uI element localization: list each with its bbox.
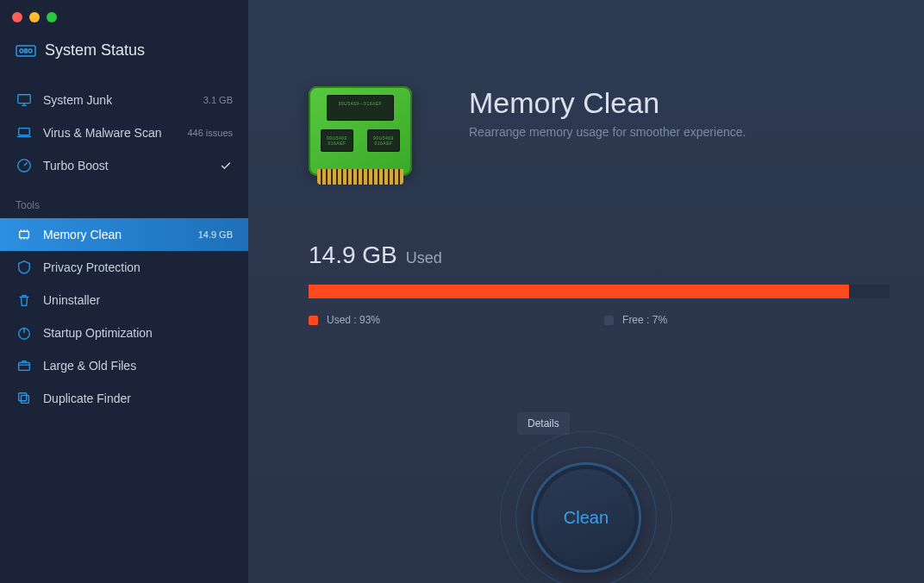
ram-chip-icon: 99U5469—016AEF 99U5469 016AEF 99U5469 01… bbox=[309, 86, 421, 190]
sidebar-item-label: Privacy Protection bbox=[43, 260, 233, 274]
svg-rect-5 bbox=[19, 129, 30, 135]
system-status-icon bbox=[16, 43, 36, 59]
sidebar-item-label: Large & Old Files bbox=[43, 359, 233, 373]
usage-legend: Used : 93% Free : 7% bbox=[309, 314, 890, 326]
sidebar-item-duplicate-finder[interactable]: Duplicate Finder bbox=[0, 382, 248, 415]
legend-free: Free : 7% bbox=[604, 314, 667, 326]
sidebar-item-label: Virus & Malware Scan bbox=[43, 126, 177, 140]
used-swatch-icon bbox=[309, 316, 318, 325]
memory-progress-fill bbox=[309, 285, 849, 298]
sidebar-item-label: Startup Optimization bbox=[43, 326, 233, 340]
sidebar-item-system-junk[interactable]: System Junk 3.1 GB bbox=[0, 84, 248, 116]
free-swatch-icon bbox=[604, 316, 614, 325]
sidebar-item-uninstaller[interactable]: Uninstaller bbox=[0, 284, 248, 317]
svg-rect-10 bbox=[21, 395, 28, 403]
trash-icon bbox=[16, 292, 33, 308]
sidebar-item-label: Turbo Boost bbox=[43, 159, 209, 172]
usage-amount: 14.9 GB Used bbox=[309, 241, 890, 269]
sidebar-item-label: Memory Clean bbox=[43, 228, 188, 241]
svg-rect-4 bbox=[18, 95, 30, 103]
svg-rect-3 bbox=[25, 49, 27, 53]
page-subtitle: Rearrange memory usage for smoother expe… bbox=[469, 125, 746, 139]
copies-icon bbox=[16, 391, 33, 406]
gauge-icon bbox=[16, 158, 33, 173]
main-content: 99U5469—016AEF 99U5469 016AEF 99U5469 01… bbox=[248, 0, 924, 583]
check-icon bbox=[219, 159, 233, 172]
memory-progress-bar bbox=[309, 285, 890, 298]
minimize-window-button[interactable] bbox=[29, 12, 40, 22]
power-icon bbox=[16, 325, 33, 341]
sidebar-item-label: Duplicate Finder bbox=[43, 392, 233, 405]
sidebar-header[interactable]: System Status bbox=[0, 22, 248, 84]
svg-rect-7 bbox=[20, 231, 29, 237]
svg-point-2 bbox=[28, 49, 32, 53]
sidebar-item-large-old-files[interactable]: Large & Old Files bbox=[0, 349, 248, 382]
maximize-window-button[interactable] bbox=[47, 12, 57, 22]
clean-button-wrap: Clean bbox=[500, 431, 672, 583]
sidebar-item-memory-clean[interactable]: Memory Clean 14.9 GB bbox=[0, 218, 248, 251]
box-icon bbox=[16, 358, 33, 373]
close-window-button[interactable] bbox=[12, 12, 22, 22]
legend-used-text: Used : 93% bbox=[327, 314, 380, 326]
sidebar-item-meta: 446 issues bbox=[187, 128, 233, 138]
svg-rect-11 bbox=[19, 393, 27, 401]
shield-icon bbox=[16, 260, 33, 275]
chip-icon bbox=[16, 227, 33, 242]
svg-rect-9 bbox=[19, 362, 30, 370]
sidebar-item-startup-optimization[interactable]: Startup Optimization bbox=[0, 317, 248, 349]
hero-section: 99U5469—016AEF 99U5469 016AEF 99U5469 01… bbox=[248, 0, 924, 198]
sidebar-header-label: System Status bbox=[45, 41, 145, 60]
window-controls bbox=[0, 0, 248, 22]
usage-value: 14.9 GB bbox=[309, 241, 397, 269]
clean-button[interactable]: Clean bbox=[538, 469, 634, 566]
usage-label: Used bbox=[406, 249, 442, 267]
legend-free-text: Free : 7% bbox=[622, 314, 667, 326]
page-title: Memory Clean bbox=[469, 86, 746, 120]
sidebar: System Status System Junk 3.1 GB Virus &… bbox=[0, 0, 248, 583]
tools-section-header: Tools bbox=[0, 182, 248, 218]
sidebar-item-label: System Junk bbox=[43, 93, 193, 107]
laptop-icon bbox=[16, 125, 33, 141]
sidebar-item-virus-scan[interactable]: Virus & Malware Scan 446 issues bbox=[0, 116, 248, 149]
monitor-icon bbox=[16, 92, 33, 108]
usage-panel: 14.9 GB Used Used : 93% Free : 7% bbox=[309, 241, 890, 326]
svg-point-1 bbox=[20, 49, 23, 53]
sidebar-item-turbo-boost[interactable]: Turbo Boost bbox=[0, 149, 248, 182]
sidebar-item-meta: 3.1 GB bbox=[203, 95, 233, 105]
sidebar-item-meta: 14.9 GB bbox=[198, 229, 233, 240]
legend-used: Used : 93% bbox=[309, 314, 380, 326]
sidebar-item-privacy-protection[interactable]: Privacy Protection bbox=[0, 251, 248, 284]
sidebar-item-label: Uninstaller bbox=[43, 293, 233, 307]
